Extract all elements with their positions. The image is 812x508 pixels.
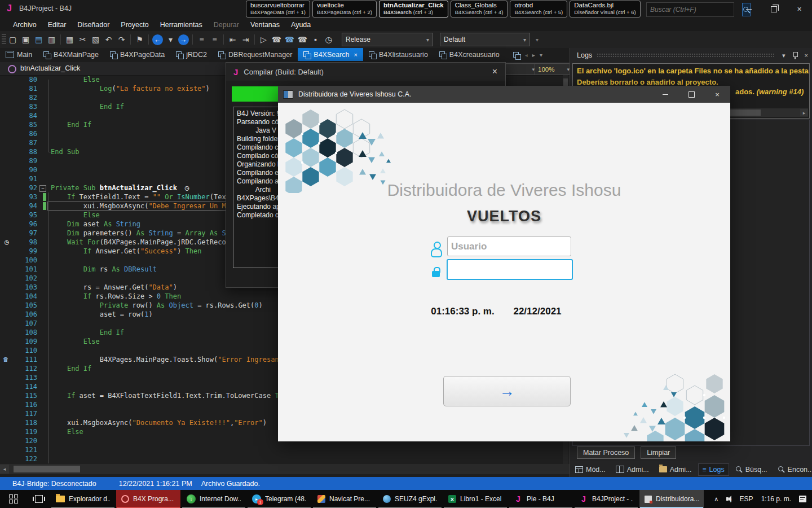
method-selector[interactable]: btnActualizar_Click	[20, 64, 80, 72]
menu-diseñador[interactable]: Diseñador	[72, 20, 114, 30]
doc-tab-jrdc2[interactable]: jRDC2	[170, 48, 213, 61]
taskbar-item[interactable]: B4X Progra...	[116, 490, 180, 508]
taskbar-item[interactable]: Internet Dow...	[182, 490, 246, 508]
maximize-button[interactable]	[678, 86, 704, 103]
navigate-forward-icon[interactable]: →	[178, 34, 189, 45]
panel-tab-encon[interactable]: Encon...	[774, 464, 812, 475]
taskbar-item[interactable]: JPie - B4J	[509, 490, 573, 508]
username-input[interactable]	[447, 237, 571, 256]
close-tab-icon[interactable]: ×	[354, 51, 358, 58]
build-configuration-dropdown[interactable]: Release▾	[342, 33, 433, 46]
scroll-tabs-right-icon[interactable]: ▸	[532, 52, 535, 58]
save-icon[interactable]: ▤	[32, 33, 45, 46]
toolbar-overflow-icon[interactable]: ▾	[536, 37, 539, 43]
taskbar-item[interactable]: JB4JProject - ...	[574, 490, 638, 508]
scroll-left-icon[interactable]: ◂	[0, 465, 9, 474]
panel-tab-mód[interactable]: Mód...	[571, 464, 610, 475]
scrollbar-thumb[interactable]	[14, 466, 80, 472]
doc-tab-dbrequestmanager[interactable]: DBRequestManager	[213, 48, 298, 61]
panel-tab-búsq[interactable]: Búsq...	[731, 464, 771, 475]
panel-tab-admi[interactable]: Admi...	[655, 464, 696, 475]
taskbar-item[interactable]: XLibro1 - Excel	[443, 490, 508, 508]
close-panel-icon[interactable]: ×	[805, 52, 808, 59]
paste-icon[interactable]: ▧	[89, 33, 102, 46]
taskbar-item[interactable]: Navicat Pre...	[312, 490, 377, 508]
quick-tab[interactable]: buscarvueltoborrarB4XPageData (ctrl + 1)	[246, 1, 310, 17]
close-icon[interactable]: ×	[492, 67, 497, 77]
shift-left-icon[interactable]: ⇤	[226, 33, 239, 46]
taskbar-item[interactable]: Distribuidora...	[639, 490, 704, 508]
restart-icon[interactable]: ◷	[322, 33, 335, 46]
doc-tab-b4xlistausuario[interactable]: B4Xlistausuario	[363, 48, 434, 61]
cut-icon[interactable]: ✂	[76, 33, 89, 46]
start-button[interactable]	[0, 490, 27, 508]
comment-icon[interactable]: ≡	[195, 33, 208, 46]
quick-tab[interactable]: Class_GlobalsB4XSearch (ctrl + 4)	[451, 1, 508, 17]
quick-tab[interactable]: otrobdB4XSearch (ctrl + 5)	[510, 1, 567, 17]
pin-icon[interactable]	[792, 52, 798, 59]
back-history-icon[interactable]: ▾	[164, 33, 177, 46]
login-titlebar[interactable]: Distribuidora de Viveres Ishosu C.A. ×	[278, 86, 730, 103]
undo-icon[interactable]: ↶	[102, 33, 115, 46]
navigate-back-icon[interactable]: ←	[152, 34, 163, 45]
menu-ayuda[interactable]: Ayuda	[286, 20, 316, 30]
menu-proyecto[interactable]: Proyecto	[116, 20, 153, 30]
quick-tab[interactable]: DataCards.bjlDiseñador Visual (ctrl + 6)	[570, 1, 640, 17]
new-project-icon[interactable]: ▢	[6, 33, 19, 46]
doc-tab-b4xmainpage[interactable]: B4XMainPage	[38, 48, 104, 61]
bridge-icon[interactable]: ☎	[270, 33, 283, 46]
run-icon[interactable]: ▷	[257, 33, 270, 46]
taskbar-item[interactable]: SEUZ4 gExpl...	[378, 490, 442, 508]
quick-tab[interactable]: btnActualizar_ClickB4XSearch (ctrl + 3)	[379, 1, 448, 17]
stop-icon[interactable]: ▪	[309, 33, 322, 46]
debug-icon[interactable]: ☎	[283, 33, 296, 46]
task-view-button[interactable]	[27, 490, 51, 508]
modules-icon[interactable]: ▥	[45, 33, 58, 46]
editor-horizontal-scrollbar[interactable]: ◂	[0, 464, 570, 474]
build-profile-dropdown[interactable]: Default▾	[440, 33, 530, 46]
taskbar-item[interactable]: Explorador d...	[51, 490, 115, 508]
taskbar-item[interactable]: 1Telegram (48...	[247, 490, 311, 508]
editor-zoom-dropdown[interactable]: 100%▾	[535, 63, 573, 75]
clear-logs-button[interactable]: Limpiar	[641, 446, 676, 459]
new-tab-icon[interactable]	[513, 52, 520, 59]
quick-tab[interactable]: vueltoclieB4XPageData (ctrl + 2)	[312, 1, 377, 17]
scroll-tabs-left-icon[interactable]: ◂	[525, 52, 528, 58]
doc-tab-b4xcreausuario[interactable]: B4Xcreausuario	[434, 48, 505, 61]
minimize-button[interactable]	[736, 0, 761, 18]
kill-process-button[interactable]: Matar Proceso	[577, 446, 635, 459]
panel-tab-logs[interactable]: ≡Logs	[698, 463, 729, 476]
search-input[interactable]	[647, 3, 742, 16]
copy-icon[interactable]: ▦	[63, 33, 76, 46]
doc-tab-b4xsearch[interactable]: B4XSearch×	[298, 48, 363, 61]
minimize-button[interactable]	[652, 86, 678, 103]
tab-list-icon[interactable]: ▾	[540, 52, 542, 58]
menu-editar[interactable]: Editar	[43, 20, 72, 30]
scroll-right-icon[interactable]: ▸	[800, 109, 808, 116]
close-button[interactable]: ×	[704, 86, 730, 103]
menu-herramientas[interactable]: Herramientas	[155, 20, 208, 30]
volume-button[interactable]: )	[726, 496, 731, 502]
doc-tab-b4xpagedata[interactable]: B4XPageData	[104, 48, 170, 61]
password-input[interactable]	[447, 259, 573, 280]
panel-menu-icon[interactable]: ▾	[782, 52, 785, 59]
taskbar-clock[interactable]: 1:16 p. m.	[761, 495, 791, 503]
keyboard-language[interactable]: ESP	[740, 495, 753, 503]
close-button[interactable]: ×	[787, 0, 812, 18]
tray-expand-icon[interactable]: ∧	[714, 496, 718, 503]
code-token: If	[67, 193, 80, 201]
redo-icon[interactable]: ↷	[115, 33, 128, 46]
collapse-region-icon[interactable]: −	[39, 185, 46, 192]
restore-button[interactable]	[761, 0, 787, 18]
menu-archivo[interactable]: Archivo	[8, 20, 42, 30]
panel-tab-admi[interactable]: Admi...	[612, 464, 653, 475]
doc-tab-main[interactable]: Main	[0, 48, 38, 61]
bookmark-icon[interactable]: ⚑	[133, 33, 146, 46]
menu-ventanas[interactable]: Ventanas	[245, 20, 285, 30]
reconnect-icon[interactable]: ☎	[296, 33, 309, 46]
uncomment-icon[interactable]: ≡	[208, 33, 221, 46]
login-button[interactable]: →	[443, 376, 571, 406]
shift-right-icon[interactable]: ⇥	[239, 33, 252, 46]
notification-center-icon[interactable]	[799, 496, 806, 502]
open-project-icon[interactable]: ▣	[19, 33, 32, 46]
